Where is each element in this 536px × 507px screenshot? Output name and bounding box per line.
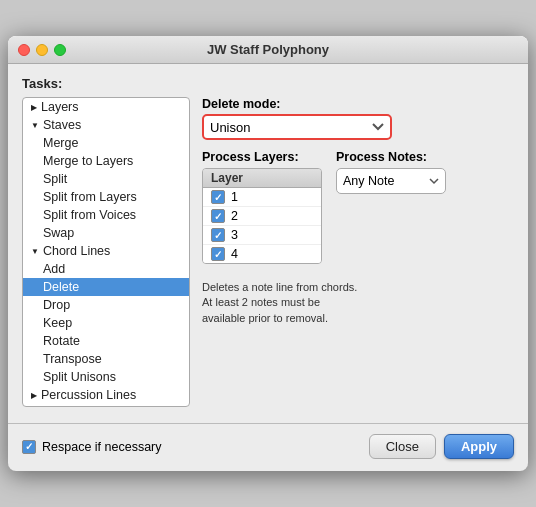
close-window-button[interactable] bbox=[18, 44, 30, 56]
layer-2-label: 2 bbox=[231, 209, 238, 223]
sidebar-item-transpose[interactable]: Transpose bbox=[23, 350, 189, 368]
respace-label: Respace if necessary bbox=[42, 440, 162, 454]
sidebar-item-add[interactable]: Add bbox=[23, 260, 189, 278]
respace-section: Respace if necessary bbox=[22, 440, 162, 454]
sidebar-item-swap[interactable]: Swap bbox=[23, 224, 189, 242]
delete-mode-label: Delete mode: bbox=[202, 97, 514, 111]
footer-buttons: Close Apply bbox=[369, 434, 514, 459]
content-area: Tasks: ▶ Layers ▼ Staves Merge Merge to bbox=[8, 64, 528, 419]
sidebar-item-split-from-voices[interactable]: Split from Voices bbox=[23, 206, 189, 224]
traffic-lights bbox=[18, 44, 66, 56]
sidebar-item-drop[interactable]: Drop bbox=[23, 296, 189, 314]
process-layers-table: Layer 1 2 3 bbox=[202, 168, 322, 264]
task-list[interactable]: ▶ Layers ▼ Staves Merge Merge to Layers … bbox=[22, 97, 190, 407]
respace-checkbox[interactable] bbox=[22, 440, 36, 454]
chevron-right-icon-perc: ▶ bbox=[31, 391, 37, 400]
chevron-down-icon: ▼ bbox=[31, 121, 39, 130]
sidebar-item-keep[interactable]: Keep bbox=[23, 314, 189, 332]
window-title: JW Staff Polyphony bbox=[207, 42, 329, 57]
delete-mode-select[interactable]: Unison Top Bottom All But Top All But Bo… bbox=[202, 114, 392, 140]
sidebar-item-split-from-layers[interactable]: Split from Layers bbox=[23, 188, 189, 206]
layer-row-4[interactable]: 4 bbox=[203, 245, 321, 263]
layer-4-label: 4 bbox=[231, 247, 238, 261]
sidebar-item-chord-lines[interactable]: ▼ Chord Lines bbox=[23, 242, 189, 260]
layer-4-checkbox[interactable] bbox=[211, 247, 225, 261]
titlebar: JW Staff Polyphony bbox=[8, 36, 528, 64]
sidebar-item-rotate[interactable]: Rotate bbox=[23, 332, 189, 350]
sidebar-item-delete[interactable]: Delete bbox=[23, 278, 189, 296]
right-panel: Delete mode: Unison Top Bottom All But T… bbox=[202, 97, 514, 407]
layer-column-header: Layer bbox=[203, 169, 321, 188]
layer-row-2[interactable]: 2 bbox=[203, 207, 321, 226]
chevron-right-icon: ▶ bbox=[31, 103, 37, 112]
chevron-down-icon-chord: ▼ bbox=[31, 247, 39, 256]
description-text: Deletes a note line from chords. At leas… bbox=[202, 274, 362, 328]
layer-row-3[interactable]: 3 bbox=[203, 226, 321, 245]
main-window: JW Staff Polyphony Tasks: ▶ Layers ▼ Sta… bbox=[8, 36, 528, 471]
sidebar-item-percussion-lines[interactable]: ▶ Percussion Lines bbox=[23, 386, 189, 404]
process-layers-header: Process Layers: bbox=[202, 150, 322, 164]
process-notes-section: Process Notes: Any Note Whole Notes Half… bbox=[336, 150, 446, 264]
maximize-window-button[interactable] bbox=[54, 44, 66, 56]
process-notes-select[interactable]: Any Note Whole Notes Half Notes Quarter … bbox=[336, 168, 446, 194]
tasks-label: Tasks: bbox=[22, 76, 514, 91]
sidebar-item-merge[interactable]: Merge bbox=[23, 134, 189, 152]
layer-1-label: 1 bbox=[231, 190, 238, 204]
layer-row-1[interactable]: 1 bbox=[203, 188, 321, 207]
process-layers-container: Process Layers: Layer 1 2 bbox=[202, 150, 322, 264]
layer-3-label: 3 bbox=[231, 228, 238, 242]
sidebar-item-split[interactable]: Split bbox=[23, 170, 189, 188]
process-notes-label: Process Notes: bbox=[336, 150, 446, 164]
sidebar-item-merge-to-layers[interactable]: Merge to Layers bbox=[23, 152, 189, 170]
sidebar-item-split-unisons[interactable]: Split Unisons bbox=[23, 368, 189, 386]
minimize-window-button[interactable] bbox=[36, 44, 48, 56]
layer-1-checkbox[interactable] bbox=[211, 190, 225, 204]
delete-mode-section: Delete mode: Unison Top Bottom All But T… bbox=[202, 97, 514, 140]
sidebar-item-staves[interactable]: ▼ Staves bbox=[23, 116, 189, 134]
apply-button[interactable]: Apply bbox=[444, 434, 514, 459]
layer-3-checkbox[interactable] bbox=[211, 228, 225, 242]
process-layers-section: Process Layers: Layer 1 2 bbox=[202, 150, 514, 264]
footer: Respace if necessary Close Apply bbox=[8, 423, 528, 471]
sidebar-item-layers[interactable]: ▶ Layers bbox=[23, 98, 189, 116]
layer-2-checkbox[interactable] bbox=[211, 209, 225, 223]
close-button[interactable]: Close bbox=[369, 434, 436, 459]
main-area: ▶ Layers ▼ Staves Merge Merge to Layers … bbox=[22, 97, 514, 407]
